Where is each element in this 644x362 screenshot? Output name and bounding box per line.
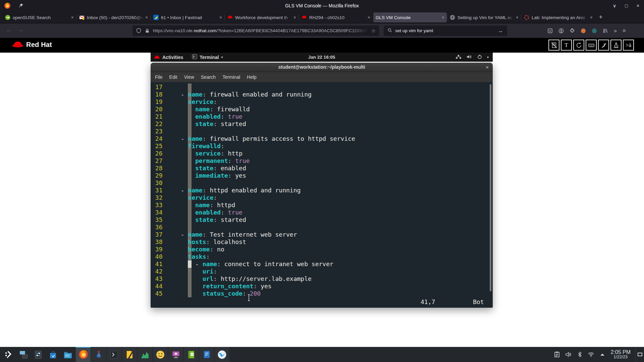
tab-title: Inbox (50) - den2070260@m [87, 15, 144, 20]
tab-close-button[interactable]: × [145, 15, 148, 20]
bookmark-star-icon[interactable]: ☆ [371, 28, 376, 34]
pager-icon[interactable] [16, 347, 31, 362]
charset-button[interactable]: >à [623, 40, 634, 51]
clipboard-disabled-button[interactable] [548, 40, 559, 51]
redhat-header: Red Hat T>à [0, 38, 644, 53]
menu-search[interactable]: Search [198, 74, 219, 80]
opensuse-book-icon[interactable] [184, 347, 199, 362]
terminal-titlebar[interactable]: student@workstation:~/playbook-multi × [151, 63, 493, 72]
search-input[interactable] [395, 28, 498, 33]
browser-tab[interactable]: GLS VM Console× [373, 12, 447, 22]
back-button[interactable]: ← [6, 26, 12, 33]
falkon-icon[interactable] [215, 347, 229, 362]
code-segment: name [195, 106, 210, 113]
lock-icon[interactable] [145, 28, 150, 33]
code-segment: true [235, 157, 250, 164]
menu-help[interactable]: Help [244, 74, 260, 80]
terminal-close-button[interactable]: × [486, 63, 489, 72]
network-icon[interactable] [455, 55, 462, 60]
code-line: 29 immediate: yes [152, 172, 493, 179]
tab-title: RH294 - ch02s10 [309, 15, 366, 20]
account-icon[interactable] [558, 28, 564, 34]
url-bar[interactable]: https://vnc-na10.ole.redhat.com/?token=1… [132, 25, 379, 36]
volume-icon[interactable] [467, 55, 472, 60]
keyboard-button[interactable] [586, 40, 597, 51]
tab-close-button[interactable]: × [590, 15, 593, 20]
menu-file[interactable]: File [152, 74, 166, 80]
clipboard-icon[interactable] [554, 351, 560, 358]
tracking-shield-icon[interactable] [136, 28, 141, 33]
browser-tab[interactable]: RH294 - ch02s10× [299, 12, 373, 22]
profile-teal-icon[interactable] [592, 28, 597, 34]
browser-tab[interactable]: Inbox (50) - den2070260@m× [77, 12, 150, 22]
tab-close-button[interactable]: × [71, 15, 74, 20]
monitor-chart-icon[interactable] [138, 347, 152, 362]
reconnect-button[interactable] [573, 40, 584, 51]
line-number: 20 [152, 106, 163, 113]
browser-tab[interactable]: Setting up Vim for YAML ec× [447, 12, 521, 22]
new-tab-button[interactable]: + [596, 12, 606, 22]
line-number: 19 [152, 98, 163, 106]
browser-tab[interactable]: Lab: Implementing an Ansi× [522, 12, 595, 22]
tab-close-button[interactable]: × [368, 15, 370, 20]
bluetooth-icon[interactable] [578, 352, 582, 357]
menu-view[interactable]: View [181, 74, 198, 80]
forward-button[interactable]: → [18, 26, 24, 33]
system-menu-caret-icon[interactable]: ▾ [487, 55, 489, 59]
save-to-pocket-icon[interactable] [547, 28, 553, 34]
browser-tab[interactable]: 61 • Inbox | Fastmail× [151, 12, 224, 22]
volume-icon[interactable] [566, 352, 572, 357]
overflow-icon[interactable]: » [614, 28, 617, 34]
gnome-clock[interactable]: Jan 22 16:05 [151, 53, 493, 62]
ctrl-alt-del-button[interactable] [610, 40, 622, 51]
wifi-icon[interactable] [588, 352, 594, 357]
discover-icon[interactable] [46, 347, 60, 362]
maximize-button[interactable]: □ [625, 3, 628, 8]
extensions-icon[interactable] [570, 28, 575, 34]
code-segment: : [210, 106, 217, 113]
show-desktop-button[interactable] [635, 347, 644, 362]
caret-up-icon[interactable] [600, 353, 605, 356]
code-segment: no [217, 246, 224, 253]
writer-icon[interactable] [199, 347, 214, 362]
code-segment: : [206, 238, 214, 245]
text-input-button[interactable]: T [561, 40, 572, 51]
menu-terminal[interactable]: Terminal [219, 74, 244, 80]
browser-tab[interactable]: openSUSE Search× [3, 12, 76, 22]
menu-edit[interactable]: Edit [166, 74, 181, 80]
url-text[interactable]: https://vnc-na10.ole.redhat.com/?token=1… [153, 28, 368, 33]
tray-clock[interactable]: 2:05 PM 1/22/23 [610, 349, 631, 360]
vim-editor[interactable]: 1718 - name: firewall enabled and runnin… [151, 82, 493, 308]
profile-orange-icon[interactable] [581, 28, 586, 34]
search-bar[interactable]: → [384, 25, 507, 36]
konsole-icon[interactable] [107, 347, 121, 362]
power-icon[interactable] [477, 54, 482, 60]
library-icon[interactable] [603, 28, 608, 34]
line-number: 36 [152, 224, 163, 231]
terminal-scrollbar[interactable] [490, 84, 491, 291]
code-segment: name [203, 260, 217, 267]
app-launcher-icon[interactable] [1, 347, 16, 362]
tab-close-button[interactable]: × [516, 15, 519, 20]
taskbar-items [1, 347, 229, 362]
kate-icon[interactable] [122, 347, 137, 362]
close-button[interactable]: × [637, 3, 639, 8]
search-submit-icon[interactable]: → [498, 28, 503, 34]
firefox-icon[interactable] [76, 347, 91, 362]
code-segment: enabled [195, 113, 221, 120]
wizard-icon[interactable] [91, 347, 106, 362]
tab-close-button[interactable]: × [293, 15, 296, 20]
browser-tab[interactable]: Workforce development th× [225, 12, 299, 22]
pointer-button[interactable] [598, 40, 609, 51]
tab-close-button[interactable]: × [442, 15, 444, 20]
file-manager-icon[interactable] [60, 347, 75, 362]
settings-icon[interactable] [31, 347, 46, 362]
smiley-icon[interactable] [153, 347, 168, 362]
minimize-button[interactable]: ∨ [613, 3, 616, 8]
screenshot-icon[interactable] [168, 347, 183, 362]
code-segment: : [221, 142, 224, 149]
menu-icon[interactable]: ≡ [623, 28, 626, 34]
window-title: GLS VM Console — Mozilla Firefox [0, 0, 644, 11]
tab-close-button[interactable]: × [219, 15, 222, 20]
code-segment [166, 290, 202, 297]
